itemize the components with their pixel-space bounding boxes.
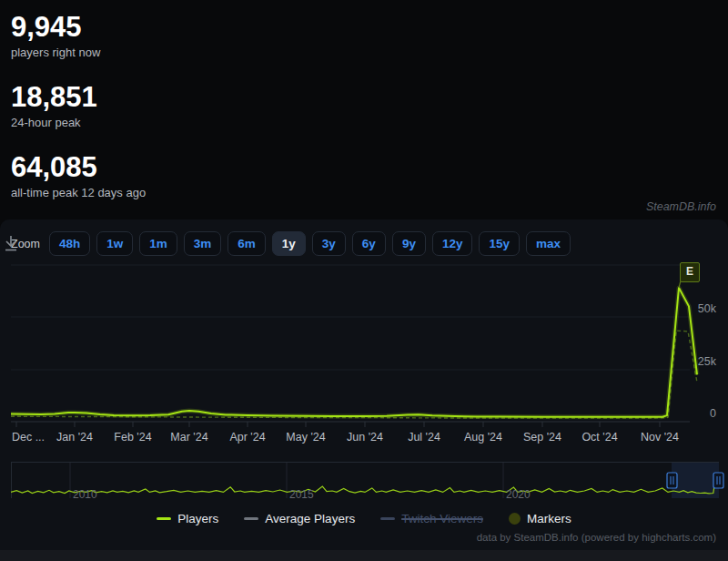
alltime-peak-label: all-time peak 12 days ago	[11, 186, 146, 200]
y-axis-label-0: 0	[710, 407, 716, 420]
x-axis-label-3: Mar '24	[170, 431, 207, 444]
x-axis-label-11: Nov '24	[641, 431, 679, 444]
range-button-6m[interactable]: 6m	[228, 231, 266, 256]
stats-section: 9,945 players right now 18,851 24-hour p…	[11, 11, 146, 221]
24h-peak-value: 18,851	[11, 81, 146, 114]
chart-panel	[0, 219, 728, 550]
steamdb-chart-widget: 9,945 players right now 18,851 24-hour p…	[0, 0, 728, 561]
navigator-year-2010: 2010	[73, 488, 97, 501]
legend-label: Players	[177, 512, 218, 525]
range-button-6y[interactable]: 6y	[352, 231, 386, 256]
range-button-1w[interactable]: 1w	[96, 231, 133, 256]
y-axis-label-25k: 25k	[698, 355, 716, 368]
download-icon[interactable]	[0, 233, 22, 255]
legend-label: Markers	[527, 512, 571, 525]
legend-label: Twitch Viewers	[401, 512, 483, 525]
navigator-year-2015: 2015	[289, 488, 314, 501]
x-axis-label-4: Apr '24	[229, 431, 265, 444]
range-button-12y[interactable]: 12y	[432, 231, 473, 256]
navigator-handle-right[interactable]	[713, 473, 723, 488]
navigator-year-2020: 2020	[506, 488, 531, 501]
range-button-48h[interactable]: 48h	[49, 231, 90, 256]
current-players-label: players right now	[11, 46, 146, 60]
range-button-15y[interactable]: 15y	[479, 231, 520, 256]
footer-strip	[0, 550, 728, 561]
marker-circle-icon	[509, 513, 521, 525]
x-axis-label-8: Aug '24	[464, 431, 502, 444]
x-axis-label-1: Jan '24	[56, 431, 93, 444]
legend-item-twitch-viewers[interactable]: Twitch Viewers	[380, 512, 483, 525]
x-axis-label-5: May '24	[286, 431, 325, 444]
x-axis-label-2: Feb '24	[114, 431, 151, 444]
event-flag[interactable]: E	[680, 262, 700, 282]
chart-legend: PlayersAverage PlayersTwitch ViewersMark…	[0, 512, 728, 525]
alltime-peak-value: 64,085	[11, 151, 146, 184]
legend-item-average-players[interactable]: Average Players	[244, 512, 355, 525]
x-axis-label-10: Oct '24	[581, 431, 617, 444]
stat-alltime-peak: 64,085 all-time peak 12 days ago	[11, 151, 146, 200]
series-line-icon	[380, 517, 395, 520]
x-axis-label-6: Jun '24	[347, 431, 383, 444]
range-button-1y[interactable]: 1y	[272, 231, 306, 256]
steamdb-watermark: SteamDB.info	[646, 200, 716, 213]
range-buttons: 48h1w1m3m6m1y3y6y9y12y15ymax	[49, 231, 571, 256]
x-axis-label-0: Dec ...	[12, 431, 45, 444]
zoom-toolbar: Zoom 48h1w1m3m6m1y3y6y9y12y15ymax	[11, 231, 571, 256]
navigator-handle-left[interactable]	[667, 473, 677, 488]
x-axis-label-7: Jul '24	[408, 431, 440, 444]
stat-current-players: 9,945 players right now	[11, 11, 146, 60]
legend-item-players[interactable]: Players	[157, 512, 218, 525]
x-axis-label-9: Sep '24	[523, 431, 561, 444]
range-button-3y[interactable]: 3y	[312, 231, 346, 256]
legend-item-markers[interactable]: Markers	[509, 512, 571, 525]
stat-24h-peak: 18,851 24-hour peak	[11, 81, 146, 130]
range-button-1m[interactable]: 1m	[139, 231, 177, 256]
current-players-value: 9,945	[11, 11, 146, 44]
series-line-icon	[157, 517, 171, 520]
series-line-icon	[244, 517, 258, 520]
24h-peak-label: 24-hour peak	[11, 116, 146, 130]
y-axis-label-50k: 50k	[698, 302, 716, 315]
range-button-9y[interactable]: 9y	[392, 231, 426, 256]
legend-label: Average Players	[265, 512, 355, 525]
range-button-3m[interactable]: 3m	[184, 231, 222, 256]
range-button-max[interactable]: max	[526, 231, 571, 256]
credit-text: data by SteamDB.info (powered by highcha…	[477, 532, 716, 543]
